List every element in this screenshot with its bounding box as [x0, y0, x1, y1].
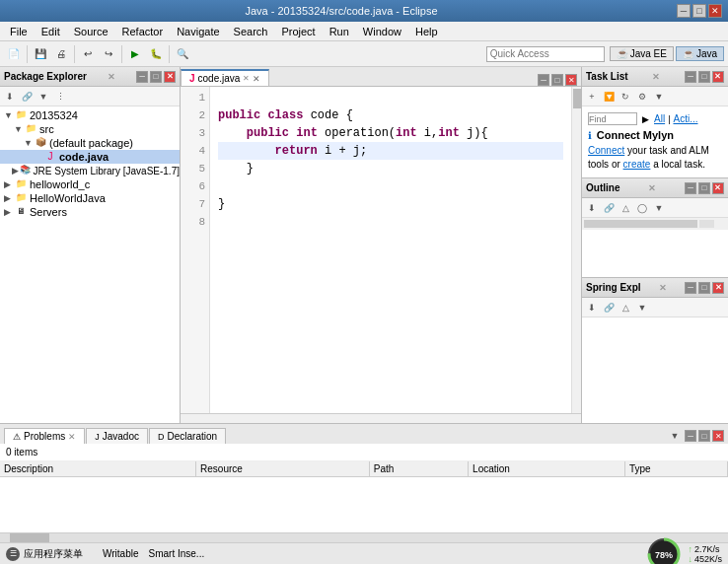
spring-btn1[interactable]: ⬇ — [584, 300, 600, 316]
tree-item-jre[interactable]: ▶ 📚 JRE System Library [JavaSE-1.7] — [0, 164, 180, 177]
panel-more-btn[interactable]: ⋮ — [52, 89, 68, 105]
task-max[interactable]: □ — [698, 71, 710, 83]
tree-item-helloworldjava[interactable]: ▶ 📁 HelloWorldJava — [0, 191, 180, 205]
tree-item-servers[interactable]: ▶ 🖥 Servers — [0, 205, 180, 219]
collapse-all-btn[interactable]: ⬇ — [2, 89, 18, 105]
task-sync[interactable]: ↻ — [618, 89, 633, 105]
spring-min[interactable]: ─ — [685, 282, 696, 294]
link-editor-btn[interactable]: 🔗 — [19, 89, 35, 105]
maximize-panel-btn[interactable]: □ — [150, 71, 162, 83]
outline-scroll-thumb[interactable] — [584, 220, 697, 228]
spring-btn2[interactable]: 🔗 — [601, 300, 617, 316]
quick-access-input[interactable] — [486, 46, 605, 62]
menu-refactor[interactable]: Refactor — [116, 24, 170, 39]
outline-btn2[interactable]: 🔗 — [601, 200, 617, 216]
menu-window[interactable]: Window — [357, 24, 407, 39]
scrollbar-thumb[interactable] — [573, 89, 581, 108]
tab-javadoc[interactable]: J Javadoc — [86, 428, 148, 444]
app-menu-icon[interactable]: ☰ — [6, 547, 20, 561]
connect-link[interactable]: Connect — [588, 145, 624, 156]
editor-scrollbar[interactable] — [571, 87, 581, 413]
package-icon: 📦 — [34, 137, 47, 149]
task-new[interactable]: + — [584, 89, 600, 105]
spring-max[interactable]: □ — [698, 282, 710, 294]
code-lines[interactable]: public class code { public int operation… — [210, 87, 571, 413]
outline-btn1[interactable]: ⬇ — [584, 200, 600, 216]
spring-close[interactable]: ✕ — [712, 282, 724, 294]
menu-help[interactable]: Help — [409, 24, 444, 39]
bottom-view-menu[interactable]: ▼ — [667, 428, 683, 444]
editor-max-btn[interactable]: □ — [551, 74, 563, 86]
task-search-input[interactable] — [588, 112, 637, 125]
perspective-java[interactable]: ☕ Java — [676, 46, 724, 61]
app-menu-label[interactable]: 应用程序菜单 — [24, 547, 83, 561]
code-line-1 — [218, 89, 563, 106]
editor-hscroll[interactable] — [181, 413, 581, 423]
toolbar-debug[interactable]: 🐛 — [146, 44, 166, 64]
maximize-button[interactable]: □ — [692, 4, 706, 18]
minimize-panel-btn[interactable]: ─ — [136, 71, 148, 83]
tree-item-code-java[interactable]: J code.java — [0, 150, 180, 164]
menu-source[interactable]: Source — [68, 24, 114, 39]
toolbar-run[interactable]: ▶ — [125, 44, 145, 64]
spring-badge: ✕ — [659, 283, 667, 293]
editor-tab-close[interactable]: ✕ — [253, 74, 260, 84]
tree-item-default-package[interactable]: ▼ 📦 (default package) — [0, 136, 180, 150]
menu-navigate[interactable]: Navigate — [171, 24, 225, 39]
spring-btn4[interactable]: ▼ — [634, 300, 650, 316]
outline-scrollbar-h[interactable] — [582, 218, 728, 230]
minimize-button[interactable]: ─ — [677, 4, 691, 18]
menu-search[interactable]: Search — [228, 24, 274, 39]
outline-min[interactable]: ─ — [685, 182, 696, 194]
task-settings[interactable]: ⚙ — [634, 89, 650, 105]
toolbar-print[interactable]: 🖨 — [51, 44, 71, 64]
toolbar-save[interactable]: 💾 — [31, 44, 50, 64]
task-more[interactable]: ▼ — [651, 89, 667, 105]
bottom-max[interactable]: □ — [698, 430, 710, 442]
bottom-min[interactable]: ─ — [685, 430, 696, 442]
task-acti-link[interactable]: Acti... — [673, 113, 697, 124]
line-num-2: 2 — [181, 106, 205, 124]
task-filter[interactable]: 🔽 — [601, 89, 617, 105]
toolbar-undo[interactable]: ↩ — [78, 44, 98, 64]
toolbar-redo[interactable]: ↪ — [99, 44, 118, 64]
editor-min-btn[interactable]: ─ — [538, 74, 549, 86]
bottom-close[interactable]: ✕ — [712, 430, 724, 442]
perspective-java-ee[interactable]: ☕ Java EE — [610, 46, 674, 61]
menu-edit[interactable]: Edit — [36, 24, 66, 39]
task-all-link[interactable]: All — [654, 113, 665, 124]
editor-content[interactable]: 1 2 3 4 5 6 7 8 public class code { publ… — [181, 87, 581, 413]
task-desc-text2: a local task. — [653, 159, 705, 170]
toolbar-new[interactable]: 📄 — [4, 44, 24, 64]
tab-declaration[interactable]: D Declaration — [149, 428, 226, 444]
outline-btn3[interactable]: △ — [618, 200, 633, 216]
bottom-hscroll[interactable] — [0, 532, 728, 542]
line-num-6: 6 — [181, 177, 205, 195]
menu-run[interactable]: Run — [324, 24, 355, 39]
toolbar-sep-3 — [121, 45, 122, 63]
bottom-hscroll-thumb[interactable] — [10, 533, 49, 542]
tree-item-helloworld-c[interactable]: ▶ 📁 helloworld_c — [0, 177, 180, 191]
down-arrow-icon: ↓ — [688, 554, 692, 564]
create-link[interactable]: create — [623, 159, 651, 170]
outline-btn5[interactable]: ▼ — [651, 200, 667, 216]
outline-max[interactable]: □ — [698, 182, 710, 194]
close-panel-btn[interactable]: ✕ — [164, 71, 176, 83]
toolbar-search[interactable]: 🔍 — [173, 44, 192, 64]
close-button[interactable]: ✕ — [708, 4, 722, 18]
task-close[interactable]: ✕ — [712, 71, 724, 83]
menu-file[interactable]: File — [4, 24, 34, 39]
panel-menu-btn[interactable]: ▼ — [36, 89, 51, 105]
task-panel: Task List ✕ ─ □ ✕ + 🔽 ↻ ⚙ ▼ — [582, 67, 728, 178]
editor-tab-code-java[interactable]: J code.java ✕ ✕ — [181, 69, 269, 86]
tree-item-20135324[interactable]: ▼ 📁 20135324 — [0, 108, 180, 122]
menu-project[interactable]: Project — [275, 24, 321, 39]
spring-btn3[interactable]: △ — [618, 300, 633, 316]
tab-problems[interactable]: ⚠ Problems ✕ — [4, 428, 85, 444]
outline-close[interactable]: ✕ — [712, 182, 724, 194]
outline-btn4[interactable]: ◯ — [634, 200, 650, 216]
editor-close-btn[interactable]: ✕ — [565, 74, 577, 86]
task-min[interactable]: ─ — [685, 71, 696, 83]
tree-item-src[interactable]: ▼ 📁 src — [0, 122, 180, 136]
speed-down-value: 452K/s — [694, 554, 722, 564]
